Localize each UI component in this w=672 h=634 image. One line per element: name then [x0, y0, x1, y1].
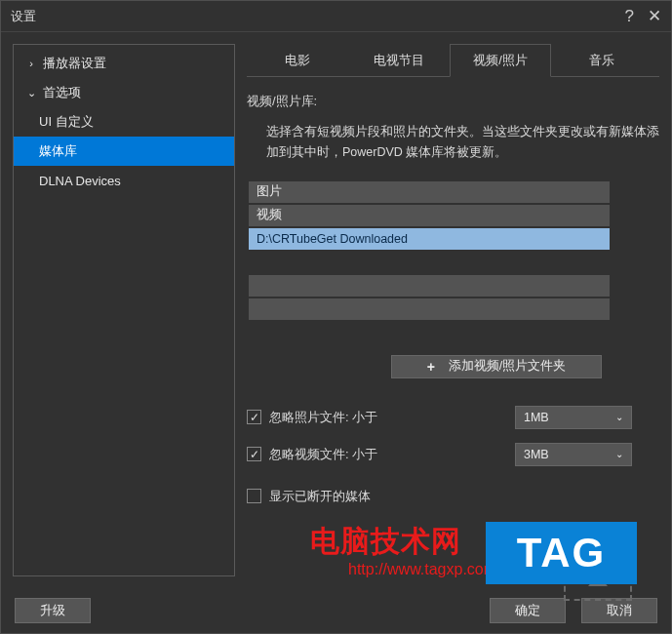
button-label: 取消	[607, 603, 632, 619]
tab-music[interactable]: 音乐	[551, 44, 652, 77]
panel-video-photo: 视频/照片库: 选择含有短视频片段和照片的文件夹。当这些文件夹更改或有新媒体添加…	[247, 77, 659, 576]
chevron-down-icon: ⌄	[615, 449, 623, 459]
sidebar-item-dlna-devices[interactable]: DLNA Devices	[14, 166, 234, 195]
body-area: › 播放器设置 ⌄ 首选项 UI 自定义 媒体库 DLNA Devices 电影	[1, 32, 671, 588]
tabs: 电影 电视节目 视频/照片 音乐	[247, 44, 659, 77]
sidebar: › 播放器设置 ⌄ 首选项 UI 自定义 媒体库 DLNA Devices	[13, 44, 235, 576]
add-folder-button[interactable]: + 添加视频/照片文件夹	[391, 355, 602, 378]
option-ignore-video: ✓ 忽略视频文件: 小于 3MB ⌄	[247, 443, 659, 466]
checkbox-ignore-video[interactable]: ✓	[247, 447, 261, 461]
folder-listbox: 图片 视频 D:\CRTubeGet Downloaded	[249, 181, 610, 320]
cancel-button[interactable]: 取消	[581, 598, 657, 623]
tab-tv-shows[interactable]: 电视节目	[348, 44, 450, 77]
folder-row-videos[interactable]: 视频	[249, 205, 610, 226]
sidebar-item-label: DLNA Devices	[39, 174, 121, 188]
button-label: 确定	[515, 603, 540, 619]
tab-label: 视频/照片	[473, 52, 528, 69]
sidebar-item-label: 播放器设置	[43, 55, 106, 72]
checkbox-show-disconnected[interactable]	[247, 489, 261, 503]
select-video-size[interactable]: 3MB ⌄	[515, 443, 632, 466]
folder-label: 图片	[257, 183, 282, 200]
option-ignore-photo: ✓ 忽略照片文件: 小于 1MB ⌄	[247, 406, 659, 429]
upgrade-button[interactable]: 升级	[15, 598, 91, 623]
plus-icon: +	[427, 359, 435, 375]
sidebar-item-player-settings[interactable]: › 播放器设置	[14, 49, 234, 78]
close-icon[interactable]: ✕	[648, 8, 661, 24]
titlebar: 设置 ? ✕	[1, 1, 671, 32]
option-label: 忽略视频文件: 小于	[269, 446, 377, 463]
option-label: 忽略照片文件: 小于	[269, 409, 377, 426]
select-value: 3MB	[524, 448, 549, 461]
sidebar-item-media-library[interactable]: 媒体库	[14, 137, 234, 166]
chevron-down-icon: ⌄	[23, 87, 39, 99]
tab-label: 电影	[285, 52, 310, 69]
window-title: 设置	[11, 8, 36, 25]
option-label: 显示已断开的媒体	[269, 488, 371, 505]
section-description: 选择含有短视频片段和照片的文件夹。当这些文件夹更改或有新媒体添加到其中时，Pow…	[247, 122, 659, 181]
help-icon[interactable]: ?	[625, 8, 634, 24]
footer-right: 确定 取消	[490, 598, 657, 623]
folder-label: D:\CRTubeGet Downloaded	[257, 232, 408, 246]
button-label: 升级	[40, 603, 65, 619]
sidebar-item-ui-custom[interactable]: UI 自定义	[14, 107, 234, 137]
folder-row-pictures[interactable]: 图片	[249, 181, 610, 203]
tab-label: 音乐	[589, 52, 614, 69]
watermark-text: 电脑技术网	[310, 522, 461, 562]
watermark-url: http://www.tagxp.com	[348, 561, 496, 578]
select-value: 1MB	[524, 411, 549, 424]
tab-video-photo[interactable]: 视频/照片	[450, 44, 551, 77]
folder-label: 视频	[257, 207, 282, 223]
tab-movies[interactable]: 电影	[247, 44, 348, 77]
sidebar-item-label: 首选项	[43, 84, 81, 101]
chevron-right-icon: ›	[23, 58, 39, 69]
folder-row-downloaded[interactable]: D:\CRTubeGet Downloaded	[249, 228, 610, 250]
chevron-down-icon: ⌄	[615, 412, 623, 422]
option-show-disconnected: 显示已断开的媒体	[247, 488, 659, 505]
folder-row-empty[interactable]	[249, 298, 610, 320]
tab-label: 电视节目	[374, 52, 424, 69]
titlebar-controls: ? ✕	[625, 8, 661, 24]
folder-row-empty[interactable]	[249, 275, 610, 297]
select-photo-size[interactable]: 1MB ⌄	[515, 406, 632, 429]
add-folder-label: 添加视频/照片文件夹	[449, 358, 566, 375]
sidebar-item-label: UI 自定义	[39, 113, 94, 131]
sidebar-item-preferences[interactable]: ⌄ 首选项	[14, 78, 234, 107]
section-label: 视频/照片库:	[247, 93, 659, 110]
watermark-tag: TAG	[486, 522, 637, 584]
ok-button[interactable]: 确定	[490, 598, 566, 623]
sidebar-item-label: 媒体库	[39, 142, 77, 160]
content-area: 电影 电视节目 视频/照片 音乐 视频/照片库: 选择含有短视频片段和照片的文件…	[247, 44, 659, 576]
checkbox-ignore-photo[interactable]: ✓	[247, 410, 261, 424]
